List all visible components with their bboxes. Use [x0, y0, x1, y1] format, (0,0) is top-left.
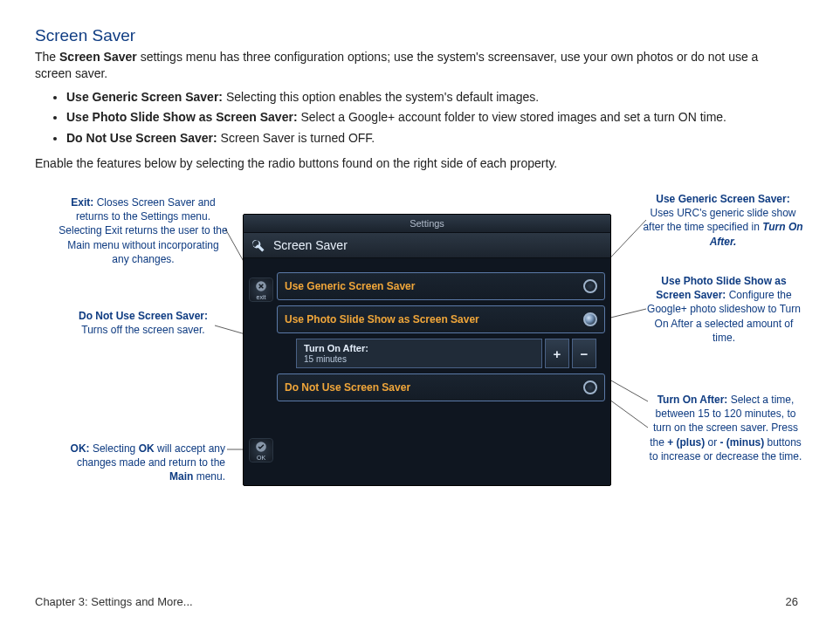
row-generic-screensaver[interactable]: Use Generic Screen Saver [277, 272, 605, 300]
radio-donot[interactable] [583, 380, 597, 394]
options-list: Use Generic Screen Saver: Selecting this… [66, 89, 798, 147]
callout-photo: Use Photo Slide Show as Screen Saver: Co… [644, 274, 803, 345]
callout-exit: Exit: Closes Screen Saver and returns to… [58, 195, 229, 266]
device-titlebar: Settings [244, 215, 610, 233]
turn-on-after-row: Turn On After: 15 minutes + − [296, 339, 596, 368]
exit-button[interactable]: exit [249, 277, 273, 302]
turn-on-label: Turn On After: [304, 343, 534, 353]
page-footer: Chapter 3: Settings and More... 26 [35, 595, 798, 608]
callout-turn-on: Turn On After: Select a time, between 15… [646, 393, 805, 463]
row-photo-label: Use Photo Slide Show as Screen Saver [285, 313, 479, 325]
check-icon [254, 440, 268, 454]
row-do-not-use[interactable]: Do Not Use Screen Saver [277, 373, 605, 401]
radio-photo[interactable] [583, 312, 597, 326]
intro-paragraph: The Screen Saver settings menu has three… [35, 49, 798, 82]
device-screenshot: Settings Screen Saver exit OK Use Generi… [243, 214, 611, 486]
callout-generic: Use Generic Screen Saver: Uses URC's gen… [643, 192, 803, 249]
footer-page-number: 26 [786, 595, 798, 608]
footer-chapter: Chapter 3: Settings and More... [35, 595, 193, 608]
page-title: Screen Saver [35, 26, 798, 45]
close-icon [254, 279, 268, 293]
row-generic-label: Use Generic Screen Saver [285, 280, 415, 292]
row-donot-label: Do Not Use Screen Saver [285, 381, 410, 394]
callout-ok: OK: Selecting OK will accept any changes… [61, 442, 225, 484]
exit-label: exit [257, 294, 266, 300]
device-header: Screen Saver [244, 233, 610, 258]
plus-button[interactable]: + [545, 339, 569, 368]
turn-on-after-display: Turn On After: 15 minutes [296, 339, 542, 368]
minus-button[interactable]: − [572, 339, 596, 368]
radio-generic[interactable] [583, 279, 597, 293]
wrench-icon [249, 236, 266, 254]
ok-button[interactable]: OK [249, 438, 273, 462]
callout-do-not-use: Do Not Use Screen Saver: Turns off the s… [73, 309, 213, 337]
row-photo-slideshow[interactable]: Use Photo Slide Show as Screen Saver [277, 305, 605, 333]
turn-on-value: 15 minutes [304, 354, 534, 364]
device-header-label: Screen Saver [273, 238, 348, 252]
enable-text: Enable the features below by selecting t… [35, 156, 798, 170]
ok-label: OK [257, 455, 265, 461]
